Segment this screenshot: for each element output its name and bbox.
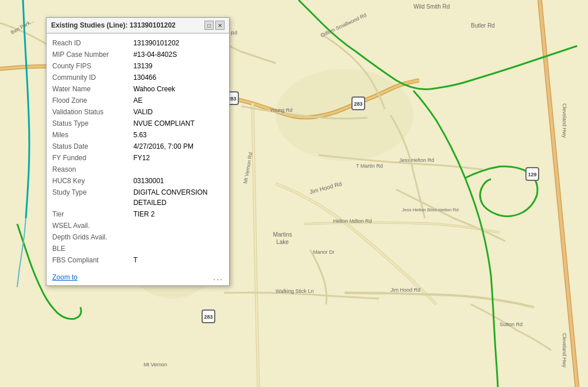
table-row: HUC8 Key03130001 [52,175,223,187]
field-value [133,220,223,231]
popup-content: Reach ID131390101202MIP Case Number#13-0… [47,34,229,270]
field-label: Depth Grids Avail. [52,231,133,243]
popup-panel: Existing Studies (Line): 131390101202 □ … [46,17,230,286]
svg-text:Cleveland Hwy: Cleveland Hwy [562,103,567,138]
field-label: Reach ID [52,37,133,49]
field-label: Water Name [52,83,133,95]
svg-text:Walking Stick Ln: Walking Stick Ln [276,288,314,294]
table-row: Reach ID131390101202 [52,37,223,49]
table-row: Validation StatusVALID [52,106,223,118]
popup-footer: Zoom to ... [47,270,229,285]
table-row: Depth Grids Avail. [52,231,223,243]
svg-text:Young Rd: Young Rd [270,107,292,113]
popup-table: Reach ID131390101202MIP Case Number#13-0… [52,37,223,266]
close-button[interactable]: ✕ [215,21,225,30]
field-label: BLE [52,243,133,254]
table-row: Study TypeDIGITAL CONVERSIONDETAILED [52,187,223,208]
table-row: WSEL Avail. [52,220,223,231]
field-label: Flood Zone [52,95,133,106]
svg-text:Lake: Lake [276,239,289,245]
field-label: MIP Case Number [52,49,133,60]
field-value: VALID [133,106,223,118]
field-value [133,164,223,175]
more-dots-button[interactable]: ... [213,273,223,282]
table-row: Community ID130466 [52,72,223,83]
field-label: Validation Status [52,106,133,118]
titlebar-buttons: □ ✕ [204,21,225,30]
field-value: TIER 2 [133,208,223,220]
field-value: T [133,254,223,266]
zoom-link[interactable]: Zoom to [52,273,78,281]
table-row: TierTIER 2 [52,208,223,220]
field-label: HUC8 Key [52,175,133,187]
field-value: AE [133,95,223,106]
popup-titlebar: Existing Studies (Line): 131390101202 □ … [47,18,229,33]
field-value: FY12 [133,152,223,164]
svg-text:Sutton Rd: Sutton Rd [500,322,523,327]
table-row: Reason [52,164,223,175]
table-row: BLE [52,243,223,254]
field-label: Tier [52,208,133,220]
field-value [133,231,223,243]
field-value: 131390101202 [133,37,223,49]
field-label: WSEL Avail. [52,220,133,231]
table-row: Water NameWahoo Creek [52,83,223,95]
restore-button[interactable]: □ [204,21,214,30]
field-value: 13139 [133,60,223,72]
field-value: #13-04-8402S [133,49,223,60]
field-label: FY Funded [52,152,133,164]
svg-text:Manor Dr: Manor Dr [313,249,335,255]
svg-text:Cleveland Hwy: Cleveland Hwy [562,333,567,368]
field-value: DIGITAL CONVERSIONDETAILED [133,187,223,208]
table-row: County FIPS13139 [52,60,223,72]
svg-text:Martins: Martins [273,231,292,238]
field-value [133,243,223,254]
svg-text:283: 283 [354,101,362,107]
svg-text:Wild Smith Rd: Wild Smith Rd [413,3,450,10]
table-row: Flood ZoneAE [52,95,223,106]
svg-text:Helton Mdton Rd: Helton Mdton Rd [333,218,372,224]
table-row: MIP Case Number#13-04-8402S [52,49,223,60]
svg-text:Jess Helton Rd: Jess Helton Rd [399,157,434,163]
field-value: 5.63 [133,129,223,141]
field-value: NVUE COMPLIANT [133,118,223,129]
field-label: Community ID [52,72,133,83]
field-value: 130466 [133,72,223,83]
svg-text:283: 283 [204,314,212,320]
svg-text:Jim Hood Rd: Jim Hood Rd [390,287,420,293]
field-value: Wahoo Creek [133,83,223,95]
field-value: 03130001 [133,175,223,187]
svg-text:T Martin Rd: T Martin Rd [356,163,383,169]
svg-text:Butler Rd: Butler Rd [471,22,495,29]
field-label: FBS Compliant [52,254,133,266]
table-row: Status Date4/27/2016, 7:00 PM [52,141,223,152]
field-label: Reason [52,164,133,175]
field-label: Study Type [52,187,133,208]
table-row: FBS CompliantT [52,254,223,266]
popup-title: Existing Studies (Line): 131390101202 [51,21,204,29]
field-value: 4/27/2016, 7:00 PM [133,141,223,152]
field-label: Status Date [52,141,133,152]
field-label: Status Type [52,118,133,129]
field-label: Miles [52,129,133,141]
table-row: FY FundedFY12 [52,152,223,164]
svg-text:Mt Vernon: Mt Vernon [144,362,167,367]
field-label: County FIPS [52,60,133,72]
table-row: Miles5.63 [52,129,223,141]
svg-text:Jess Helton Bliss Helton Rd: Jess Helton Bliss Helton Rd [402,207,459,212]
svg-text:129: 129 [528,172,536,177]
table-row: Status TypeNVUE COMPLIANT [52,118,223,129]
